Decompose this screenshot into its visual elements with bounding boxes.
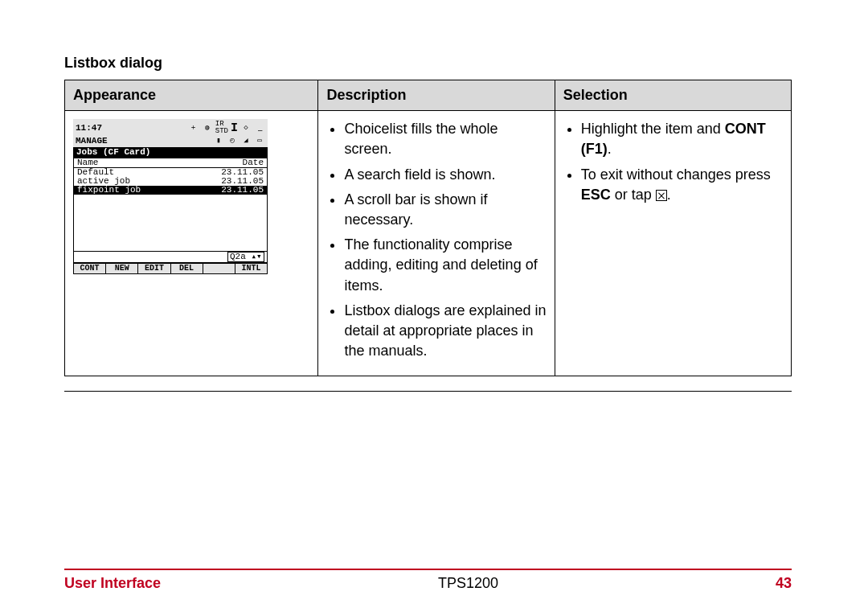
device-col-date: Date (243, 158, 264, 167)
device-title: MANAGE (76, 137, 108, 146)
footer-left: User Interface (64, 575, 161, 592)
device-title-row: MANAGE ▮ ◴ ◢ ▭ (73, 136, 268, 147)
listbox-table: Appearance Description Selection 11:47 ＋… (64, 80, 792, 376)
softkey-del: DEL (171, 264, 203, 273)
std-label: STD (215, 127, 228, 135)
desc-item: Choicelist fills the whole screen. (344, 119, 546, 159)
device-subtitle: Jobs (CF Card) (73, 147, 268, 158)
desc-item: Listbox dialogs are explained in detail … (344, 301, 546, 362)
prism-icon: ◇ (240, 123, 252, 133)
list-item-date: 23.11.05 (221, 186, 264, 195)
desc-item: A search field is shown. (344, 165, 546, 185)
device-time: 11:47 (76, 124, 102, 133)
device-list: Default 23.11.05 active job 23.11.05 fix… (73, 168, 268, 195)
softkey-intl: INTL (235, 264, 267, 273)
laser-icon: ⎯ (254, 123, 265, 133)
device-list-gap (73, 195, 268, 251)
section-title: Listbox dialog (64, 55, 792, 72)
card-icon: ▭ (254, 136, 265, 146)
device-search-value: Q2a (230, 252, 246, 261)
device-status-bar: 11:47 ＋ ◍ IR STD I ◇ ⎯ (73, 119, 268, 136)
compass-icon: ◴ (227, 136, 238, 146)
sel-item-1: Highlight the item and CONT (F1). (581, 119, 783, 159)
up-down-icon: ▴▾ (251, 252, 261, 261)
desc-item: The functionality comprise adding, editi… (344, 235, 546, 296)
softkey-cont: CONT (74, 264, 106, 273)
plus-icon: ＋ (188, 123, 199, 133)
footer-page-number: 43 (776, 575, 792, 592)
close-icon (656, 190, 667, 201)
th-appearance: Appearance (65, 80, 318, 111)
cell-selection: Highlight the item and CONT (F1). To exi… (555, 111, 791, 376)
sel-text: To exit without changes press (581, 166, 771, 183)
battery-icon: ▮ (213, 136, 224, 146)
signal-icon: ◢ (240, 136, 252, 146)
softkey-edit: EDIT (138, 264, 170, 273)
desc-item: A scroll bar is shown if necessary. (344, 190, 546, 230)
softkey-new: NEW (106, 264, 138, 273)
cell-appearance: 11:47 ＋ ◍ IR STD I ◇ ⎯ (65, 111, 318, 376)
sel-text: or tap (611, 187, 656, 203)
sel-text: . (667, 187, 671, 203)
list-item-selected: fixpoint job 23.11.05 (74, 186, 267, 195)
device-col-name: Name (77, 158, 98, 167)
page-footer: User Interface TPS1200 43 (64, 569, 792, 592)
device-search-row: Q2a ▴▾ (73, 251, 268, 263)
sel-text: Highlight the item and (581, 121, 725, 137)
sel-item-2: To exit without changes press ESC or tap… (581, 165, 783, 205)
ir-big-label: I (231, 122, 238, 134)
device-screenshot: 11:47 ＋ ◍ IR STD I ◇ ⎯ (73, 119, 268, 274)
softkey-blank (203, 264, 235, 273)
sel-bold: ESC (581, 187, 611, 203)
sel-text: . (608, 141, 612, 157)
device-softkeys: CONT NEW EDIT DEL INTL (73, 263, 268, 274)
cell-description: Choicelist fills the whole screen. A sea… (318, 111, 555, 376)
list-item-name: fixpoint job (77, 186, 141, 195)
th-description: Description (318, 80, 555, 111)
th-selection: Selection (555, 80, 791, 111)
footer-center: TPS1200 (438, 575, 498, 592)
globe-icon: ◍ (202, 123, 213, 133)
section-divider (64, 391, 792, 392)
device-search-input: Q2a ▴▾ (227, 252, 264, 262)
